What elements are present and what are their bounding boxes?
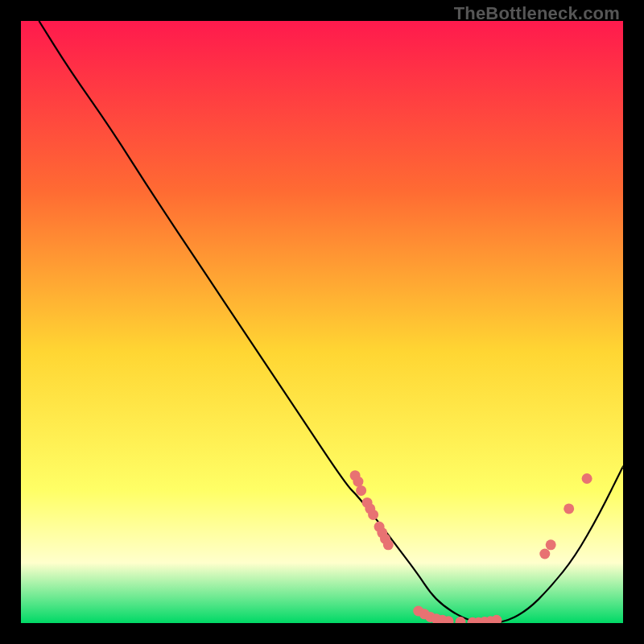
chart-container: TheBottleneck.com: [0, 0, 644, 644]
plot-area: [21, 21, 623, 623]
scatter-point: [539, 549, 550, 559]
scatter-point: [356, 485, 366, 496]
gradient-background: [21, 21, 623, 623]
scatter-point: [546, 539, 556, 550]
scatter-point: [582, 473, 592, 484]
scatter-point: [564, 503, 574, 514]
scatter-point: [353, 477, 363, 487]
scatter-point: [368, 510, 378, 520]
chart-svg: [21, 21, 623, 623]
scatter-point: [383, 539, 394, 550]
